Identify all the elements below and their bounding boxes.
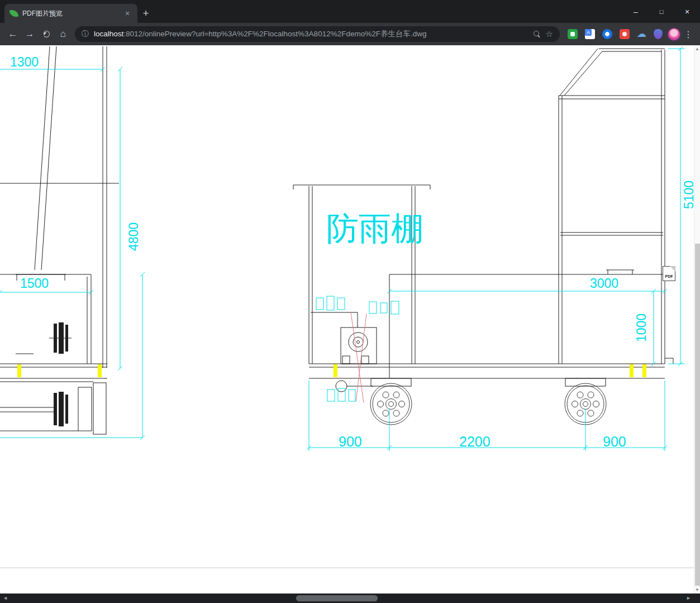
pdf-download-badge[interactable]: PDF (663, 266, 675, 281)
extension-green-icon[interactable] (568, 29, 578, 39)
dim-1500: 1500 (20, 276, 49, 291)
forward-button[interactable]: → (21, 26, 38, 42)
url-domain: localhost (94, 30, 123, 38)
dim-1000: 1000 (634, 314, 649, 342)
scroll-down-arrow-icon[interactable]: ▼ (694, 587, 700, 592)
horizontal-scroll-thumb[interactable] (296, 595, 378, 601)
window-maximize-button[interactable]: □ (649, 0, 674, 23)
cloud-extension-icon[interactable]: ☁ (637, 29, 646, 39)
browser-menu-icon[interactable]: ⋮ (681, 29, 696, 40)
vertical-scroll-thumb[interactable] (695, 244, 700, 586)
translate-extension-icon[interactable] (585, 29, 595, 39)
new-tab-button[interactable]: + (137, 4, 154, 23)
dim-2200: 2200 (459, 434, 491, 449)
home-button[interactable]: ⌂ (55, 26, 72, 42)
vertical-scrollbar[interactable]: ▲ ▼ (694, 45, 700, 593)
dim-900-right: 900 (603, 434, 626, 449)
canopy-label: 防雨棚 (326, 210, 423, 246)
shield-extension-icon[interactable] (654, 29, 663, 39)
scroll-right-arrow-icon[interactable]: ► (686, 595, 691, 601)
window-close-button[interactable]: × (674, 0, 700, 23)
zoom-icon[interactable] (533, 30, 541, 38)
bookmark-star-icon[interactable]: ☆ (546, 29, 553, 39)
dim-900-left: 900 (339, 434, 362, 449)
extensions-area: ☁ (563, 29, 667, 39)
site-info-icon[interactable]: ⓘ (82, 29, 89, 39)
cad-highlight-marks (17, 364, 646, 377)
browser-titlebar: PDF图片预览 × + – □ × (0, 0, 700, 23)
reload-icon (43, 31, 50, 37)
tab-title: PDF图片预览 (22, 9, 118, 18)
wheel-left (370, 383, 412, 425)
scroll-left-arrow-icon[interactable]: ◄ (3, 595, 8, 601)
tab-close-icon[interactable]: × (123, 9, 132, 18)
url-path: :8012/onlinePreview?url=http%3A%2F%2Floc… (123, 30, 426, 38)
reload-button[interactable] (38, 26, 55, 42)
profile-avatar[interactable] (667, 27, 681, 41)
cad-left-machinery (54, 322, 68, 426)
scroll-up-arrow-icon[interactable]: ▲ (694, 46, 700, 51)
url-text: localhost:8012/onlinePreview?url=http%3A… (94, 29, 528, 39)
tab-favicon-leaf-icon (9, 9, 19, 18)
back-button[interactable]: ← (4, 26, 21, 42)
cad-drawing: 1300 4800 1500 防雨棚 5100 3000 1000 900 22… (0, 45, 700, 603)
horizontal-scrollbar[interactable]: ◄ ► (0, 593, 700, 603)
window-controls: – □ × (623, 0, 700, 23)
dim-3000: 3000 (590, 276, 618, 291)
browser-tab[interactable]: PDF图片预览 × (4, 4, 137, 23)
page-content: 1300 4800 1500 防雨棚 5100 3000 1000 900 22… (0, 45, 700, 603)
extension-red-icon[interactable] (620, 29, 630, 39)
address-bar[interactable]: ⓘ localhost:8012/onlinePreview?url=http%… (75, 26, 560, 42)
browser-toolbar: ← → ⌂ ⓘ localhost:8012/onlinePreview?url… (0, 23, 700, 45)
extension-blue-circle-icon[interactable] (602, 29, 612, 39)
window-minimize-button[interactable]: – (623, 0, 649, 23)
dim-4800: 4800 (126, 222, 141, 251)
dim-1300: 1300 (10, 55, 39, 69)
